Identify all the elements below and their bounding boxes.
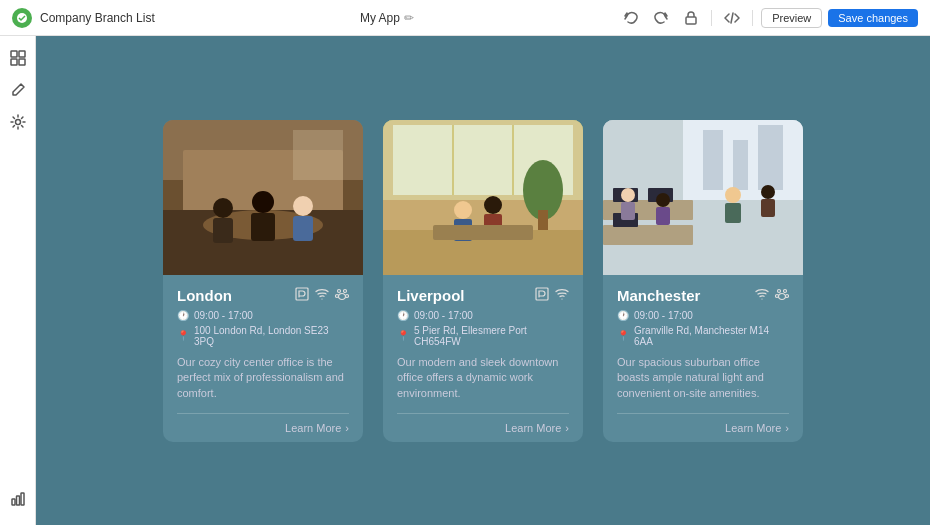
- learn-more-manchester[interactable]: Learn More ›: [725, 422, 789, 434]
- card-header-manchester: Manchester: [617, 287, 789, 304]
- card-address-liverpool: 📍 5 Pier Rd, Ellesmere Port CH654FW: [397, 325, 569, 347]
- card-body-liverpool: Liverpool 🕐 09:00 - 17:00: [383, 275, 583, 442]
- card-title-london: London: [177, 287, 232, 304]
- card-address-london: 📍 100 London Rd, London SE23 3PQ: [177, 325, 349, 347]
- svg-rect-22: [296, 288, 308, 300]
- learn-more-liverpool[interactable]: Learn More ›: [505, 422, 569, 434]
- topbar: Company Branch List My App ✏ Preview Sav…: [0, 0, 930, 36]
- arrow-right-icon-london: ›: [345, 422, 349, 434]
- card-image-manchester: [603, 120, 803, 275]
- card-footer-liverpool: Learn More ›: [397, 413, 569, 434]
- edit-page-title-icon[interactable]: ✏: [404, 11, 414, 25]
- card-hours-liverpool: 🕐 09:00 - 17:00: [397, 310, 569, 321]
- card-image-london: [163, 120, 363, 275]
- wifi-icon-manchester: [755, 287, 769, 304]
- card-hours-text-liverpool: 09:00 - 17:00: [414, 310, 473, 321]
- card-footer-manchester: Learn More ›: [617, 413, 789, 434]
- undo-button[interactable]: [619, 8, 643, 28]
- svg-rect-43: [536, 288, 548, 300]
- redo-button[interactable]: [649, 8, 673, 28]
- svg-point-27: [339, 293, 346, 299]
- svg-rect-3: [19, 51, 25, 57]
- svg-rect-8: [16, 496, 19, 505]
- svg-point-15: [213, 198, 233, 218]
- card-address-text-london: 100 London Rd, London SE23 3PQ: [194, 325, 349, 347]
- svg-rect-4: [11, 59, 17, 65]
- page-title-label: My App: [360, 11, 400, 25]
- topbar-title: Company Branch List: [40, 11, 155, 25]
- preview-button[interactable]: Preview: [761, 8, 822, 28]
- svg-point-38: [454, 201, 472, 219]
- svg-point-24: [344, 289, 347, 292]
- svg-point-6: [15, 120, 20, 125]
- arrow-right-icon-manchester: ›: [785, 422, 789, 434]
- divider-2: [752, 10, 753, 26]
- svg-rect-7: [12, 499, 15, 505]
- card-manchester: Manchester 🕐 09:00 - 17:00: [603, 120, 803, 442]
- card-description-london: Our cozy city center office is the perfe…: [177, 355, 349, 403]
- sidebar-item-settings[interactable]: [4, 108, 32, 136]
- card-hours-text-london: 09:00 - 17:00: [194, 310, 253, 321]
- svg-rect-56: [621, 202, 635, 220]
- card-image-liverpool: [383, 120, 583, 275]
- card-amenities-liverpool: [535, 287, 569, 304]
- svg-point-19: [293, 196, 313, 216]
- sidebar-item-edit[interactable]: [4, 76, 32, 104]
- svg-rect-47: [703, 130, 723, 190]
- parking-icon: [295, 287, 309, 304]
- svg-rect-48: [733, 140, 748, 190]
- pin-icon-manchester: 📍: [617, 330, 629, 341]
- sidebar-item-analytics[interactable]: [4, 489, 32, 517]
- card-london: London: [163, 120, 363, 442]
- card-footer-london: Learn More ›: [177, 413, 349, 434]
- card-hours-london: 🕐 09:00 - 17:00: [177, 310, 349, 321]
- svg-point-63: [778, 289, 781, 292]
- card-description-manchester: Our spacious suburban office boasts ampl…: [617, 355, 789, 403]
- svg-rect-5: [19, 59, 25, 65]
- sidebar-item-grid[interactable]: [4, 44, 32, 72]
- card-header-london: London: [177, 287, 349, 304]
- svg-rect-2: [11, 51, 17, 57]
- svg-point-57: [656, 193, 670, 207]
- pet-icon: [335, 287, 349, 304]
- svg-rect-62: [761, 199, 775, 217]
- pin-icon-liverpool: 📍: [397, 330, 409, 341]
- sidebar: [0, 36, 36, 525]
- card-title-manchester: Manchester: [617, 287, 700, 304]
- card-body-manchester: Manchester 🕐 09:00 - 17:00: [603, 275, 803, 442]
- code-button[interactable]: [720, 8, 744, 28]
- card-address-text-manchester: Granville Rd, Manchester M14 6AA: [634, 325, 789, 347]
- topbar-center: My App ✏: [360, 11, 414, 25]
- svg-point-55: [621, 188, 635, 202]
- svg-rect-9: [21, 493, 24, 505]
- arrow-right-icon-liverpool: ›: [565, 422, 569, 434]
- card-address-manchester: 📍 Granville Rd, Manchester M14 6AA: [617, 325, 789, 347]
- content-area: London: [36, 36, 930, 525]
- clock-icon-manchester: 🕐: [617, 310, 629, 321]
- divider: [711, 10, 712, 26]
- card-address-text-liverpool: 5 Pier Rd, Ellesmere Port CH654FW: [414, 325, 569, 347]
- wifi-icon-liverpool: [555, 287, 569, 304]
- svg-rect-58: [656, 207, 670, 225]
- svg-point-67: [779, 293, 786, 299]
- svg-point-40: [484, 196, 502, 214]
- svg-point-61: [761, 185, 775, 199]
- parking-icon-liverpool: [535, 287, 549, 304]
- lock-button[interactable]: [679, 8, 703, 28]
- svg-point-59: [725, 187, 741, 203]
- svg-point-17: [252, 191, 274, 213]
- svg-rect-1: [686, 17, 696, 24]
- svg-point-64: [784, 289, 787, 292]
- save-button[interactable]: Save changes: [828, 9, 918, 27]
- card-header-liverpool: Liverpool: [397, 287, 569, 304]
- svg-rect-20: [293, 216, 313, 241]
- card-liverpool: Liverpool 🕐 09:00 - 17:00: [383, 120, 583, 442]
- svg-rect-37: [538, 210, 548, 230]
- topbar-left: Company Branch List: [12, 8, 155, 28]
- cards-container: London: [163, 120, 803, 442]
- card-amenities-london: [295, 287, 349, 304]
- card-hours-text-manchester: 09:00 - 17:00: [634, 310, 693, 321]
- app-logo: [12, 8, 32, 28]
- main-layout: Upgrade: [0, 36, 930, 525]
- learn-more-london[interactable]: Learn More ›: [285, 422, 349, 434]
